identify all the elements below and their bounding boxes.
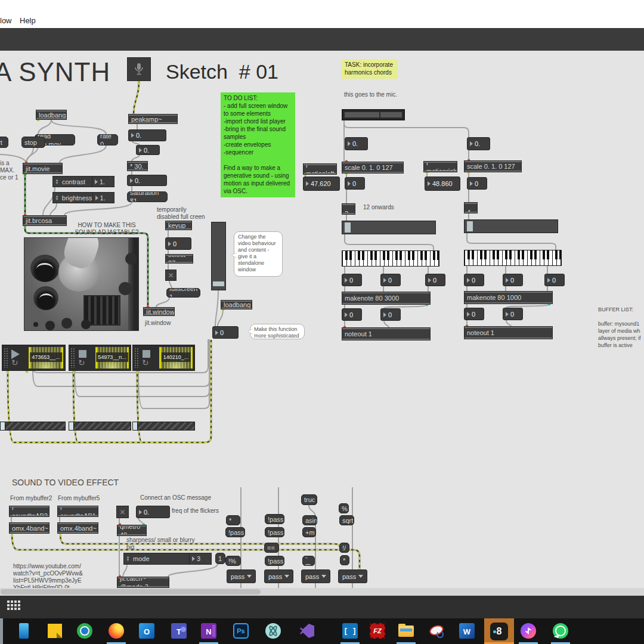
taskbar-word-icon[interactable]: W [456,623,478,644]
number-box[interactable]: 0 [464,308,484,320]
playlist-3[interactable]: 140210_... [132,345,195,371]
stepper-icon[interactable] [53,179,61,185]
number-box[interactable]: 0 [425,274,445,286]
keyup-object[interactable]: keyup [165,221,192,230]
vertical-slider[interactable] [211,222,226,290]
slider-handle[interactable] [467,221,473,231]
number-box[interactable]: 0 [345,177,365,190]
number-box[interactable]: 0 [464,274,484,286]
number-box[interactable]: 0 [342,308,362,321]
taskbar-teams-icon[interactable]: T [168,623,190,644]
slider-handle[interactable] [1,422,5,430]
rate-message[interactable]: rate 0 [97,134,118,145]
op-message[interactable]: !pass [265,514,284,524]
drag-handle-icon[interactable] [70,348,75,368]
loop-icon[interactable] [78,358,85,367]
times-4-object[interactable]: * 4 [464,202,478,213]
pass-dropdown[interactable]: pass [227,569,256,583]
number-box[interactable]: 0 [380,308,401,321]
loadbang-object[interactable]: loadbang [36,110,67,120]
truc-message[interactable]: truc [301,494,317,505]
slider-handle[interactable] [345,222,351,233]
op-message[interactable]: -m [302,556,315,566]
number-box[interactable]: 0 [544,274,565,286]
fullscreen-message[interactable]: fullscreen 1 [166,288,200,298]
start-message-partial[interactable]: rt [0,137,8,148]
op-message[interactable]: !pass [225,527,245,537]
op-message[interactable]: * [340,555,349,565]
taskbar-messenger-icon[interactable] [518,623,539,644]
kslider-left[interactable] [342,250,439,267]
stop-icon[interactable] [79,350,86,358]
jit-window-object[interactable]: jit.window [143,307,175,316]
taskbar-photoshop-icon[interactable]: Ps [230,623,252,644]
number-box[interactable]: 0 [342,274,362,286]
taskbar-firefox-icon[interactable] [106,623,127,644]
slider-handle[interactable] [213,281,224,286]
drag-handle-icon[interactable] [134,348,138,368]
taskbar-your-phone-icon[interactable] [13,623,35,644]
peakamp-object[interactable]: peakamp~ [128,114,178,124]
mic-button[interactable] [127,57,151,81]
op-message[interactable]: * [226,515,240,525]
taskbar-max8-icon[interactable]: 8 [490,623,508,640]
loop-icon[interactable] [11,358,18,367]
taskbar-satellite-mouse-icon[interactable] [426,623,447,644]
slider-handle[interactable] [69,422,74,430]
attrui-value[interactable]: 3 [189,553,211,564]
times-30-object[interactable]: * 30. [127,161,148,171]
number-box[interactable]: 0. [127,175,167,186]
taskbar-filezilla-icon[interactable]: FZ [367,623,388,644]
number-box[interactable]: 0. [345,137,368,150]
taskbar-visual-studio-icon[interactable] [296,623,318,644]
times-2-object[interactable]: * 2 [342,203,355,215]
gain-slider-3[interactable] [132,422,195,431]
noteout-left[interactable]: noteout 1 [342,327,431,340]
receive-soundtoAB1[interactable]: r soundtoAB1 [57,506,98,517]
playlist-2[interactable]: 54973__n... [69,345,131,371]
op-message[interactable]: !pass [265,527,284,537]
op-message[interactable]: !% [225,556,241,566]
number-box[interactable]: 0 [467,177,487,190]
contrast-attrui[interactable]: contrast1. [52,176,114,187]
number-box[interactable]: 47.620 [303,177,340,191]
jit-movie-object[interactable]: jit.movie [23,163,63,174]
loadbang-object-2[interactable]: loadbang [221,300,252,309]
toggle-box-2[interactable] [116,506,129,518]
slider-handle[interactable] [133,422,138,430]
waveform[interactable]: 140210_... [159,347,193,369]
makenote-left[interactable]: makenote 80 3000 [342,292,431,305]
gain-slider-2[interactable] [69,422,131,431]
number-box[interactable]: 0. [467,137,490,150]
makenote-right[interactable]: makenote 80 1000 [464,291,553,304]
number-box[interactable]: 48.860 [425,177,460,191]
taskbar-brackets-icon[interactable]: [ ] [339,623,361,644]
omx-4band-right[interactable]: omx.4band~ [57,522,98,534]
op-message[interactable]: !pass [265,556,284,566]
receive-motionright[interactable]: r motionright [423,161,457,172]
menu-help[interactable]: Help [20,16,36,25]
jit-brcosa-object[interactable]: jit.brcosa [23,215,67,226]
op-message[interactable]: % [339,503,349,513]
kslider-right[interactable] [464,250,562,266]
op-message[interactable]: == [264,543,279,553]
adc-meter[interactable] [342,109,405,120]
menu-window-partial[interactable]: low [0,16,12,25]
loop-icon[interactable] [142,358,149,367]
receive-soundtoAB2[interactable]: r soundtoAB2 [9,506,49,517]
playlist-1[interactable]: 473653__... [2,345,66,371]
taskbar-camera-app-icon[interactable] [74,623,95,644]
saturation-message[interactable]: saturation $1 [127,191,168,202]
scale-right-object[interactable]: scale 0. 1. 0 127 [464,160,522,172]
qmetro-object[interactable]: qmetro 40 [117,525,147,536]
scale-left-object[interactable]: scale 0. 1. 0 127 [342,162,404,174]
number-box[interactable]: 0 [380,274,401,286]
number-box[interactable]: 0 [212,326,239,339]
taskbar-sticky-notes-icon[interactable] [44,623,66,644]
hslider-right[interactable] [464,219,558,233]
stop-message[interactable]: stop [21,137,45,148]
stepper-icon[interactable] [53,195,61,201]
number-box[interactable]: 0. [128,129,166,141]
waveform[interactable]: 473653__... [29,347,63,369]
scrollbar-thumb[interactable] [1,589,261,595]
